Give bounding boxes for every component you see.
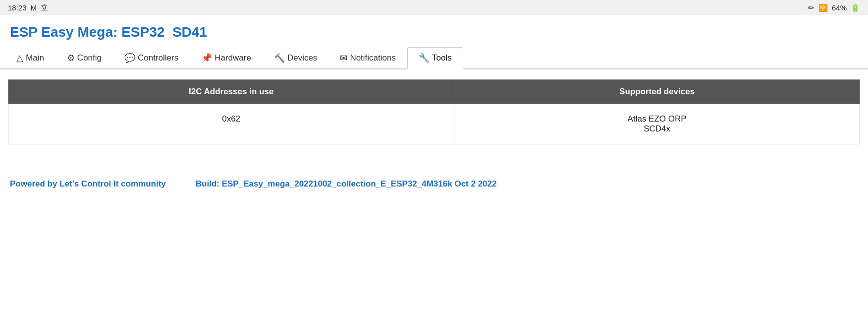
status-time: 18:23 [8,3,27,12]
footer-build: Build: ESP_Easy_mega_20221002_collection… [196,179,497,189]
content-area: I2C Addresses in use Supported devices 0… [0,69,868,169]
col-header-address: I2C Addresses in use [8,80,454,104]
tools-icon: 🔧 [419,53,430,63]
nav-label-controllers: Controllers [138,53,178,63]
nav-item-hardware[interactable]: 📌 Hardware [190,47,263,68]
nav-item-devices[interactable]: 🔨 Devices [263,47,328,68]
nav-item-controllers[interactable]: 💬 Controllers [113,47,190,68]
footer-powered: Powered by Let's Control It community [10,179,166,189]
table-header-row: I2C Addresses in use Supported devices [8,80,860,104]
footer: Powered by Let's Control It community Bu… [0,169,868,194]
mail-icon: M [31,3,37,12]
status-right: ✏ 🛜 64% 🔋 [808,3,860,12]
nav-item-notifications[interactable]: ✉ Notifications [328,47,407,68]
wifi-icon: 🛜 [818,3,828,12]
status-left: 18:23 M 立 [8,3,48,12]
col-header-devices: Supported devices [454,80,860,104]
edit-icon: ✏ [808,3,814,12]
nav-item-config[interactable]: ⚙ Config [55,47,113,68]
notifications-icon: ✉ [340,53,347,63]
controllers-icon: 💬 [124,53,135,63]
battery-percent: 64% [832,3,847,12]
hardware-icon: 📌 [201,53,212,63]
nav-label-tools: Tools [432,53,452,63]
nav-bar: △ Main ⚙ Config 💬 Controllers 📌 Hardware… [0,47,868,69]
devices-icon: 🔨 [274,53,285,63]
nav-label-config: Config [77,53,102,63]
nav-item-main[interactable]: △ Main [5,47,55,68]
config-icon: ⚙ [67,53,75,63]
cell-address: 0x62 [8,104,454,144]
main-icon: △ [16,53,23,63]
status-signal-icon: 立 [41,3,48,12]
page-title: ESP Easy Mega: ESP32_SD41 [0,15,868,47]
nav-item-tools[interactable]: 🔧 Tools [407,47,463,69]
nav-label-hardware: Hardware [215,53,251,63]
nav-label-notifications: Notifications [350,53,396,63]
battery-icon: 🔋 [851,3,860,12]
i2c-table: I2C Addresses in use Supported devices 0… [8,79,860,144]
table-row: 0x62 Atlas EZO ORPSCD4x [8,104,860,144]
nav-label-devices: Devices [287,53,317,63]
nav-label-main: Main [26,53,44,63]
cell-devices: Atlas EZO ORPSCD4x [454,104,860,144]
status-bar: 18:23 M 立 ✏ 🛜 64% 🔋 [0,0,868,15]
